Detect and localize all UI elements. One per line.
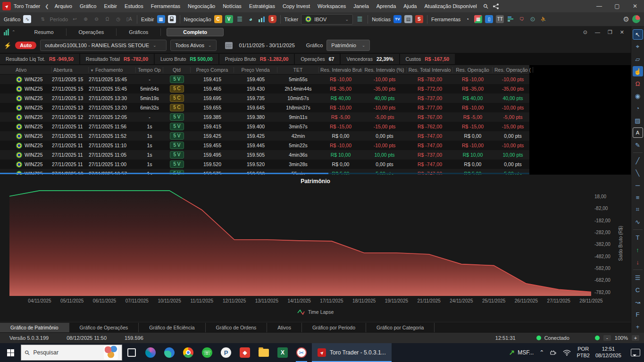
bottom-tab-5[interactable]: Gráfico por Periodo [302,323,366,332]
bottom-tab-6[interactable]: Gráfico por Categoria [366,323,435,332]
bottom-tab-2[interactable]: Gráfico de Eficiência [139,323,205,332]
zoom-out-button[interactable]: - [603,335,611,341]
whatsapp-app-icon[interactable]: ☏ [198,343,217,362]
menu-item-10[interactable]: Janela [353,3,368,9]
task-view-button[interactable] [122,343,141,362]
col-header-12[interactable]: Res. Operação [453,67,493,73]
table-row[interactable]: WINZ2527/11/2025 1327/11/2025 13:305min1… [0,93,529,103]
text-tool-icon[interactable]: T [633,232,643,243]
fibonacci-tool-icon[interactable]: F [633,309,643,320]
forecast-tool-icon[interactable]: ↝ [633,297,643,307]
zoom-in-button[interactable]: + [632,335,639,341]
cursor-tool-icon[interactable]: ↖ [633,29,643,40]
layers-tool-icon[interactable]: ☰ [633,272,643,283]
taskbar-search-input[interactable]: ⚲ Pesquisar [21,345,122,361]
msf-tray-app[interactable]: ↗ MSF... [509,348,534,357]
window-close-button[interactable]: ✕ [626,0,644,12]
table-row[interactable]: WINZ2527/11/2025 1127/11/2025 11:561s5 V… [0,122,529,131]
hand-pan-tool-icon[interactable]: ☝ [633,66,643,76]
start-button[interactable] [0,343,21,362]
chat-icon[interactable]: 🗨 [518,15,526,23]
tt-tool-icon[interactable]: TT [496,15,504,23]
col-header-1[interactable]: Ativo [14,67,52,73]
power-plug-icon[interactable] [550,350,557,356]
panel-chart-icon[interactable] [4,29,9,35]
assets-filter-select[interactable]: Todos Ativos ⌄ [170,40,216,51]
col-header-7[interactable]: Preço Venda [234,67,277,73]
menu-item-2[interactable]: Exibir [104,3,117,9]
tab-completo[interactable]: Completo [167,28,224,36]
timer-icon[interactable]: ◔ [463,15,471,23]
col-header-9[interactable]: Res. Intervalo Bruto [319,67,362,73]
share-icon[interactable] [493,3,499,9]
tab-resumo[interactable]: Resumo [22,28,67,36]
menu-item-5[interactable]: Negociação [188,3,215,9]
col-header-5[interactable]: Qtd [163,67,191,73]
table-row[interactable]: WINZ2527/11/2025 1227/11/2025 12:05-5 V1… [0,112,529,122]
eraser-tool-icon[interactable]: ▱ [633,54,643,64]
draw-tool-icon[interactable]: ✎ [633,140,643,150]
sell-order-icon[interactable]: V [225,15,233,23]
notification-center-icon[interactable] [631,349,640,356]
arrow-up-marker-icon[interactable]: ↑ [633,244,643,255]
bottom-tab-1[interactable]: Gráfico de Operações [69,323,139,332]
edge-app-icon[interactable] [160,343,179,362]
col-header-10[interactable]: Res. Intervalo (%) [362,67,407,73]
col-header-13[interactable]: Res. Operação ( [493,67,533,73]
table-row[interactable]: WINZ2527/11/2025 1127/11/2025 11:101s5 V… [0,141,529,150]
panel-close-icon[interactable]: ✕ [620,29,624,35]
layout-grid-icon[interactable]: ▦ [157,15,165,23]
parallel-lines-tool-icon[interactable]: ≡ [633,192,643,202]
auto-badge[interactable]: Auto [15,42,36,49]
alarm-clock-icon[interactable]: ⏲ [528,15,536,23]
ranking-bars-icon[interactable] [507,15,515,23]
bottom-tab-0[interactable]: Gráfico de Patrimônio [0,323,69,332]
risk-shield-icon[interactable]: $ [268,15,276,23]
menu-item-11[interactable]: Aprenda [376,3,396,9]
wifi-icon[interactable] [563,350,571,356]
chart-edit-tool-icon[interactable]: ▨ [633,115,643,126]
text-style-tool-icon[interactable]: A [633,127,643,138]
volume-bars-icon[interactable] [258,15,266,23]
menu-item-12[interactable]: Ajuda [403,3,417,9]
move-tool-icon[interactable]: ⌖ [633,42,643,52]
table-row[interactable]: WINZ2527/11/2025 1327/11/2025 13:206min3… [0,103,529,112]
bottom-tab-4[interactable]: Ativos [267,323,302,332]
ticker-select[interactable]: IBOV ⌄ [301,14,353,25]
table-row[interactable]: WINZ2527/11/2025 1527/11/2025 15:455min5… [0,84,529,93]
equity-curve-chart[interactable] [0,186,631,296]
collapse-menu-icon[interactable]: ❮ [45,4,49,9]
menu-item-6[interactable]: Notícias [223,3,242,9]
col-header-11[interactable]: Res. Total Intervalo [407,67,453,73]
file-explorer-icon[interactable] [254,343,273,362]
menu-item-0[interactable]: Arquivo [55,3,72,9]
notes-icon[interactable]: ▯ [485,15,493,23]
user-avatar[interactable] [632,15,640,23]
wave-tool-icon[interactable]: ∿ [633,217,643,227]
panel-minimize-icon[interactable]: — [595,29,600,35]
menu-item-1[interactable]: Gráfico [80,3,96,9]
excel-app-icon[interactable]: X [273,343,292,362]
window-minimize-button[interactable]: — [590,0,608,12]
table-row[interactable]: WINZ2527/11/2025 1127/11/2025 11:521s5 V… [0,131,529,141]
ray-line-tool-icon[interactable]: ╲ [633,168,643,178]
magnet-tool-icon[interactable]: Ω [633,78,643,89]
visibility-tool-icon[interactable]: ◉ [633,91,643,101]
settings-gear-icon[interactable]: ⚙ [623,15,629,24]
analytics-person-icon[interactable]: ⛹ [539,15,547,23]
copilot-app-icon[interactable] [141,343,160,362]
table-row[interactable]: WINZ2527/11/2025 1527/11/2025 15:45-5 V1… [0,75,529,84]
chart-type-select[interactable]: Patrimônio ⌄ [326,40,370,51]
tab-operacoes[interactable]: Operações [67,28,117,36]
date-range[interactable]: 01/11/2025 - 30/11/2025 [239,42,295,48]
menu-item-9[interactable]: Workspaces [318,3,346,9]
add-tool-icon[interactable]: + [633,321,643,332]
calendar-icon[interactable] [225,42,233,49]
chrome-app-icon[interactable] [179,343,198,362]
arrow-down-marker-icon[interactable]: ↓ [633,257,643,267]
col-header-2[interactable]: Abertura [52,67,89,73]
panel-menu-icon[interactable]: ⊙ [583,29,587,35]
cycle-tool-icon[interactable]: C [633,285,643,295]
menu-item-13[interactable]: Atualização Disponível [424,3,477,9]
table-horizontal-scrollbar[interactable] [0,173,529,174]
